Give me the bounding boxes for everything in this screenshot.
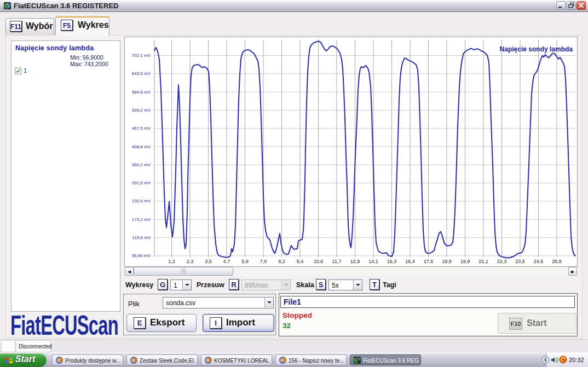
svg-text:16,4: 16,4 <box>405 259 415 264</box>
svg-text:3,5: 3,5 <box>205 259 212 264</box>
svg-text:4,7: 4,7 <box>223 259 230 264</box>
svg-text:702,1 mV: 702,1 mV <box>132 53 151 58</box>
svg-text:7,0: 7,0 <box>260 259 267 264</box>
svg-text:526,2 mV: 526,2 mV <box>132 108 151 113</box>
svg-text:8,2: 8,2 <box>278 259 285 264</box>
svg-text:11,7: 11,7 <box>332 259 342 264</box>
svg-text:1,2: 1,2 <box>168 259 175 264</box>
svg-text:232,9 mV: 232,9 mV <box>132 199 151 203</box>
svg-text:15,3: 15,3 <box>387 259 397 264</box>
svg-text:174,2 mV: 174,2 mV <box>132 217 151 222</box>
svg-text:467,5 mV: 467,5 mV <box>132 126 151 131</box>
svg-text:21,1: 21,1 <box>479 259 488 264</box>
svg-text:14,1: 14,1 <box>368 259 378 264</box>
svg-text:291,5 mV: 291,5 mV <box>132 180 151 185</box>
svg-text:408,8 mV: 408,8 mV <box>132 144 151 149</box>
svg-text:10,6: 10,6 <box>314 259 324 264</box>
svg-text:19,9: 19,9 <box>460 259 470 264</box>
svg-text:17,6: 17,6 <box>424 259 434 264</box>
svg-text:22,3: 22,3 <box>497 259 507 264</box>
svg-text:643,5 mV: 643,5 mV <box>132 71 151 76</box>
svg-text:25,8: 25,8 <box>552 259 562 264</box>
svg-text:350,2 mV: 350,2 mV <box>132 162 151 167</box>
svg-text:23,5: 23,5 <box>515 259 525 264</box>
svg-text:56,90 mV: 56,90 mV <box>132 253 151 258</box>
svg-text:18,8: 18,8 <box>442 259 452 264</box>
svg-text:584,8 mV: 584,8 mV <box>132 90 151 95</box>
svg-text:12,9: 12,9 <box>350 259 360 264</box>
svg-text:9,4: 9,4 <box>297 259 304 264</box>
svg-text:Napięcie sondy lambda: Napięcie sondy lambda <box>500 45 573 53</box>
svg-text:5,9: 5,9 <box>241 259 249 264</box>
svg-text:24,6: 24,6 <box>534 259 544 264</box>
svg-text:115,6 mV: 115,6 mV <box>132 235 151 240</box>
svg-text:2,3: 2,3 <box>187 259 194 264</box>
